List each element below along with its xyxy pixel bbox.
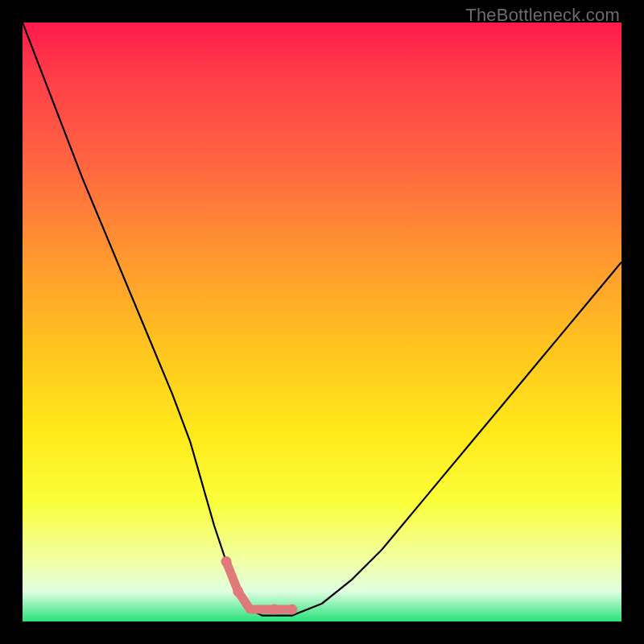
valley-dot bbox=[287, 605, 297, 615]
valley-dot bbox=[221, 556, 232, 567]
valley-dot bbox=[233, 586, 243, 597]
chart-svg bbox=[23, 23, 621, 621]
watermark-text: TheBottleneck.com bbox=[465, 5, 620, 26]
valley-dot bbox=[269, 605, 279, 615]
plot-area bbox=[23, 23, 621, 621]
bottleneck-curve bbox=[23, 23, 621, 616]
valley-marker bbox=[226, 562, 292, 610]
